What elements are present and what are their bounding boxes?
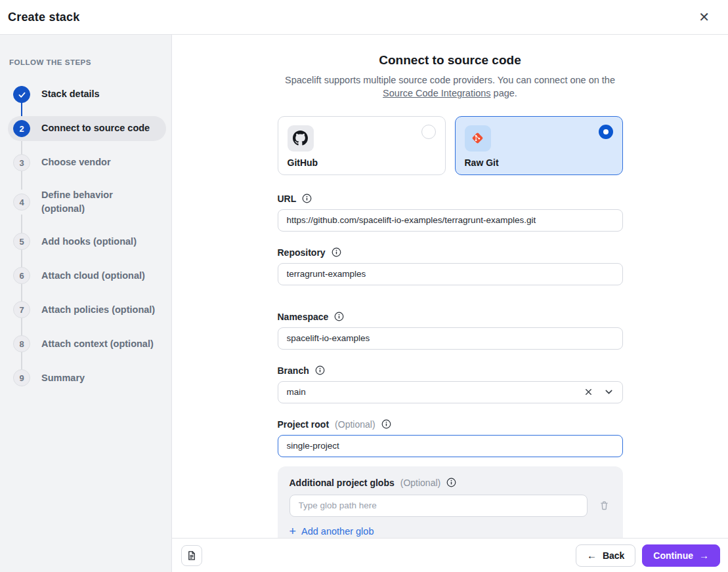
info-icon[interactable] bbox=[446, 478, 456, 487]
add-glob-label: Add another glob bbox=[301, 526, 374, 537]
sidebar-step-stack-details[interactable]: Stack details bbox=[13, 86, 161, 120]
step-label: Summary bbox=[41, 371, 85, 385]
clear-icon[interactable] bbox=[582, 386, 595, 398]
back-label: Back bbox=[603, 550, 624, 561]
step-number-badge: 7 bbox=[13, 301, 30, 318]
step-number-badge: 6 bbox=[13, 267, 30, 284]
project-root-input[interactable] bbox=[278, 435, 623, 457]
sidebar-step-attach-context[interactable]: 8 Attach context (optional) bbox=[13, 335, 161, 369]
form-scroll-area[interactable]: Connect to source code Spacelift support… bbox=[172, 35, 728, 538]
steps-list: Stack details 2 Connect to source code 3… bbox=[13, 86, 161, 386]
wizard-footer: ← Back Continue → bbox=[172, 538, 728, 572]
repository-label: Repository bbox=[278, 247, 326, 258]
chevron-down-icon[interactable] bbox=[603, 386, 615, 398]
provider-cards: GitHub bbox=[278, 116, 623, 175]
back-button[interactable]: ← Back bbox=[576, 544, 635, 567]
sidebar-step-summary[interactable]: 9 Summary bbox=[13, 369, 161, 386]
globs-label: Additional project globs bbox=[289, 478, 395, 488]
create-stack-modal: Create stack ✕ FOLLOW THE STEPS Stack de… bbox=[0, 0, 728, 572]
arrow-right-icon: → bbox=[699, 550, 709, 560]
step-label: Attach cloud (optional) bbox=[41, 269, 145, 283]
step-number-badge: 9 bbox=[13, 369, 30, 386]
github-icon bbox=[288, 125, 314, 152]
url-label: URL bbox=[278, 194, 297, 204]
step-label: Attach policies (optional) bbox=[41, 303, 155, 317]
url-field-group: URL bbox=[278, 194, 623, 232]
sidebar-step-attach-cloud[interactable]: 6 Attach cloud (optional) bbox=[13, 267, 161, 301]
subtitle-text: page. bbox=[494, 88, 517, 98]
step-label: Define behavior (optional) bbox=[41, 188, 133, 216]
step-number-badge: 8 bbox=[13, 335, 30, 352]
provider-card-github[interactable]: GitHub bbox=[278, 116, 446, 175]
sidebar-step-connect-to-source-code[interactable]: 2 Connect to source code bbox=[13, 116, 161, 154]
step-completed-check-icon bbox=[13, 86, 30, 103]
namespace-input[interactable] bbox=[278, 327, 623, 350]
provider-label: GitHub bbox=[288, 157, 436, 168]
step-label: Connect to source code bbox=[41, 121, 150, 135]
branch-field-group: Branch bbox=[278, 365, 623, 403]
provider-radio-selected[interactable] bbox=[599, 125, 613, 139]
step-number-badge: 4 bbox=[13, 194, 30, 211]
optional-tag: (Optional) bbox=[400, 478, 440, 488]
step-number-badge: 5 bbox=[13, 233, 30, 250]
sidebar-step-attach-policies[interactable]: 7 Attach policies (optional) bbox=[13, 301, 161, 335]
provider-card-raw-git[interactable]: Raw Git bbox=[455, 116, 623, 175]
project-root-label: Project root bbox=[278, 419, 330, 430]
sidebar-heading: FOLLOW THE STEPS bbox=[9, 58, 161, 66]
sidebar-step-choose-vendor[interactable]: 3 Choose vendor bbox=[13, 154, 161, 188]
continue-button[interactable]: Continue → bbox=[642, 544, 720, 567]
info-icon[interactable] bbox=[334, 312, 344, 321]
modal-header: Create stack ✕ bbox=[0, 0, 728, 35]
info-icon[interactable] bbox=[315, 365, 325, 375]
sidebar-step-add-hooks[interactable]: 5 Add hooks (optional) bbox=[13, 233, 161, 267]
branch-input[interactable] bbox=[278, 381, 623, 403]
steps-sidebar: FOLLOW THE STEPS Stack details 2 Connect… bbox=[0, 35, 172, 572]
url-input[interactable] bbox=[278, 209, 623, 232]
repository-field-group: Repository bbox=[278, 247, 623, 285]
git-icon bbox=[465, 125, 491, 152]
step-number-badge: 2 bbox=[13, 120, 30, 137]
repository-input[interactable] bbox=[278, 263, 623, 285]
step-label: Choose vendor bbox=[41, 155, 111, 169]
info-icon[interactable] bbox=[381, 419, 391, 429]
info-icon[interactable] bbox=[332, 247, 341, 257]
optional-tag: (Optional) bbox=[335, 419, 375, 430]
info-icon[interactable] bbox=[302, 194, 312, 203]
plus-icon: + bbox=[289, 525, 297, 537]
add-another-glob-button[interactable]: + Add another glob bbox=[289, 525, 374, 537]
continue-label: Continue bbox=[653, 550, 693, 561]
project-root-field-group: Project root (Optional) bbox=[278, 419, 623, 457]
glob-path-input[interactable] bbox=[289, 495, 588, 517]
provider-label: Raw Git bbox=[465, 157, 613, 168]
page-title: Connect to source code bbox=[278, 53, 623, 68]
close-icon[interactable]: ✕ bbox=[696, 8, 712, 26]
branch-label: Branch bbox=[278, 365, 309, 376]
step-number-badge: 3 bbox=[13, 154, 30, 171]
provider-radio-unselected[interactable] bbox=[421, 125, 436, 139]
step-label: Attach context (optional) bbox=[41, 337, 154, 351]
subtitle-text: Spacelift supports multiple source code … bbox=[285, 75, 615, 85]
source-code-integrations-link[interactable]: Source Code Integrations bbox=[383, 88, 490, 98]
additional-globs-panel: Additional project globs (Optional) bbox=[278, 466, 623, 538]
page-subtitle: Spacelift supports multiple source code … bbox=[278, 73, 623, 100]
trash-icon[interactable] bbox=[597, 499, 611, 512]
modal-title: Create stack bbox=[8, 10, 79, 24]
document-icon[interactable] bbox=[181, 545, 202, 566]
sidebar-step-define-behavior[interactable]: 4 Define behavior (optional) bbox=[13, 188, 161, 233]
namespace-field-group: Namespace bbox=[278, 312, 623, 350]
step-label: Add hooks (optional) bbox=[41, 235, 137, 249]
step-label: Stack details bbox=[41, 87, 100, 101]
arrow-left-icon: ← bbox=[587, 550, 597, 560]
namespace-label: Namespace bbox=[278, 312, 329, 322]
